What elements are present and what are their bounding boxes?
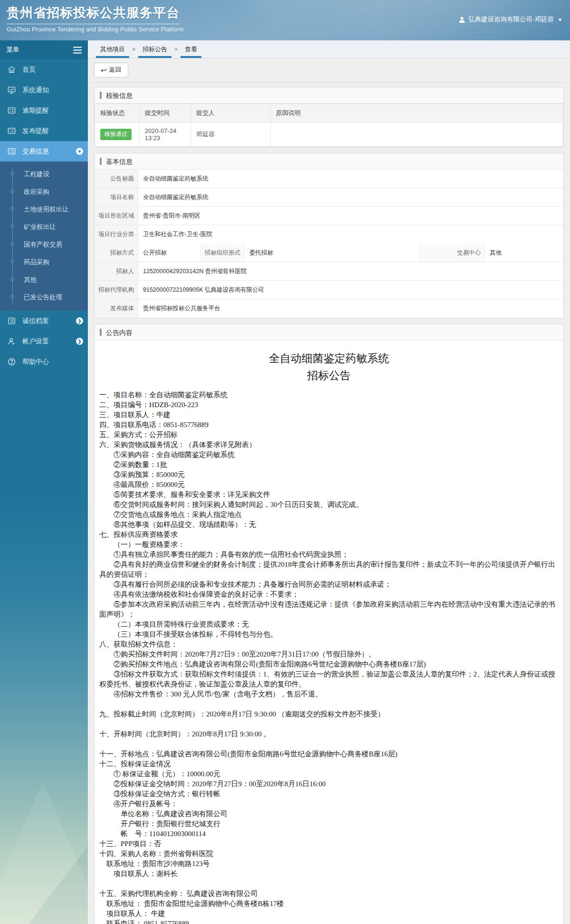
sidebar-item-label: 帮助中心: [22, 358, 49, 366]
info-value: 全自动细菌鉴定药敏系统: [138, 188, 563, 206]
submenu-item[interactable]: 政府采购: [0, 183, 88, 200]
doc-line: 项目联系人：谢科长: [99, 869, 559, 879]
breadcrumb-item-view[interactable]: 查看: [179, 40, 203, 58]
submitter-cell: 邓廷容: [191, 123, 271, 147]
doc-line: [99, 719, 559, 729]
basic-info-rows: 公告标题 全自动细菌鉴定药敏系统 项目名称 全自动细菌鉴定药敏系统 项目所在区域…: [95, 170, 563, 244]
sidebar-item-overdue-reminder[interactable]: 逾期提醒: [0, 100, 88, 121]
submenu-item[interactable]: 矿业权出让: [0, 218, 88, 236]
info-label: 招标方式: [95, 244, 138, 262]
submenu-item-label: 已发公告处理: [24, 294, 62, 301]
transaction-submenu: 工程建设 政府采购 土地使用权出让 矿业权出让 国有产权交易 药品采购 其他 已…: [0, 162, 88, 311]
submenu-item[interactable]: 已发公告处理: [0, 288, 88, 306]
bullet-icon: [10, 242, 14, 246]
submenu-item[interactable]: 其他: [0, 271, 88, 288]
info-row: 项目所在区域 贵州省-贵阳市-南明区: [95, 207, 563, 225]
info-label: 招标代理机构: [95, 281, 138, 299]
info-label: 项目行业分类: [95, 225, 138, 244]
info-row: 公告标题 全自动细菌鉴定药敏系统: [95, 170, 563, 188]
breadcrumb: 其他项目 > 招标公告 > 查看: [88, 40, 570, 58]
doc-line: ⑤简要技术要求、服务和安全要求：详见采购文件: [99, 490, 559, 500]
doc-line: ④最高限价：850000元: [99, 480, 559, 490]
doc-line: 单位名称：弘典建设咨询有限公司: [99, 809, 559, 819]
submenu-item[interactable]: 药品采购: [0, 253, 88, 271]
doc-line: [99, 739, 559, 749]
submit-time-cell: 2020-07-24 13:23: [139, 123, 190, 147]
verify-status-cell: 核验通过: [95, 123, 140, 147]
sidebar-item-publish-reminder[interactable]: 发布提醒: [0, 121, 88, 141]
doc-line: 十、开标时间（北京时间）：2020年8月17日 9:30:00 。: [99, 729, 559, 739]
sidebar-item-account-settings[interactable]: 帐户设置 ❯: [0, 331, 88, 352]
sidebar-item-notifications[interactable]: 系统通知: [0, 80, 88, 100]
archive-icon: [7, 316, 16, 325]
basic-info-rows-2: 招标人 12520000429203142N 贵州省骨科医院 招标代理机构 91…: [95, 262, 563, 318]
doc-line: 十二、投标保证金情况: [99, 759, 559, 769]
breadcrumb-item-tender-announcement[interactable]: 招标公告: [137, 40, 173, 58]
doc-line: 帐 号：1104012003000114: [99, 829, 559, 839]
doc-line: ④招标文件售价：300 元人民币/包/家（含电子文档），售后不退。: [99, 689, 559, 699]
info-row: 招标代理机构 91520000722109905K 弘典建设咨询有限公司: [95, 281, 563, 299]
bullet-icon: [10, 172, 14, 175]
doc-line: 十一、开标地点：弘典建设咨询有限公司(贵阳市金阳南路6号世纪金源购物中心商务楼B…: [99, 749, 559, 759]
sidebar-item-transaction-info[interactable]: 交易信息 ▼: [0, 141, 88, 162]
announcement-document: 全自动细菌鉴定药敏系统 招标公告 一、项目名称：全自动细菌鉴定药敏系统 二、项目…: [95, 341, 563, 924]
doc-line: ①采购内容：全自动细菌鉴定药敏系统: [99, 450, 559, 460]
submenu-item-label: 土地使用权出让: [24, 206, 69, 213]
submenu-item[interactable]: 土地使用权出让: [0, 200, 88, 218]
toolbar: ↩ 返回: [88, 58, 570, 83]
info-label: 招标人: [95, 262, 138, 280]
table-header-row: 核验状态 提交时间 提交人 原因说明: [95, 104, 563, 123]
doc-line: 八、获取招标文件信息：: [99, 639, 559, 649]
doc-line: 十四、采购人名称：贵州省骨科医院: [99, 849, 559, 859]
sidebar-item-help-center[interactable]: 帮助中心: [0, 352, 88, 372]
bullet-icon: [10, 207, 14, 210]
help-icon: [7, 357, 16, 366]
back-button[interactable]: ↩ 返回: [94, 63, 128, 77]
doc-line: ③招标文件获取方式：获取招标文件时须提供：1、有效的三证合一的营业执照，验证加盖…: [99, 669, 559, 689]
doc-line: [99, 879, 559, 889]
doc-line: ⑥交货时间或服务时间：接到采购人通知时间起，30个日历日安装、调试完成。: [99, 500, 559, 510]
hamburger-icon[interactable]: [73, 47, 82, 54]
doc-line: 项目联系人： 牛建: [99, 909, 559, 919]
doc-line: ③具有履行合同所必须的设备和专业技术能力；具备履行合同所必需的证明材料或承诺；: [99, 580, 559, 590]
submenu-item-label: 国有产权交易: [24, 241, 62, 248]
sidebar-menu-bar: 菜单: [0, 40, 88, 59]
sidebar-item-home[interactable]: 首页: [0, 59, 88, 80]
column-header: 提交人: [191, 104, 271, 123]
verify-info-title: 核验信息: [95, 87, 563, 104]
info-value: 12520000429203142N 贵州省骨科医院: [138, 262, 563, 280]
sidebar-item-label: 诚信档案: [22, 317, 49, 325]
breadcrumb-item-other-projects[interactable]: 其他项目: [95, 40, 131, 58]
doc-line: （三）本项目不接受联合体投标，不得转包与分包。: [99, 629, 559, 639]
column-header: 核验状态: [95, 104, 140, 123]
doc-line: 一、项目名称：全自动细菌鉴定药敏系统: [99, 390, 559, 400]
user-menu[interactable]: 弘典建设咨询有限公司-邓廷容 ▼: [458, 15, 562, 24]
info-label: 项目所在区域: [95, 207, 138, 225]
submenu-item[interactable]: 工程建设: [0, 165, 88, 183]
sidebar-item-label: 帐户设置: [22, 337, 49, 346]
info-value: 公开招标: [138, 244, 201, 262]
doc-line: （一）一般资格要求：: [99, 540, 559, 550]
info-value: 其他: [485, 244, 563, 262]
info-label: 招标组织形式: [201, 244, 245, 262]
info-row-triple: 招标方式 公开招标 招标组织形式 委托招标 交易中心 其他: [95, 244, 563, 262]
doc-line: （二）本项目所需特殊行业资质或要求：无: [99, 619, 559, 629]
sidebar-item-label: 逾期提醒: [22, 106, 49, 115]
verify-info-panel: 核验信息 核验状态 提交时间 提交人 原因说明 核验通过 2020-07-24 …: [94, 87, 564, 147]
breadcrumb-separator: >: [173, 40, 179, 58]
doc-line: 二、项目编号：HDZB-2020-223: [99, 400, 559, 410]
doc-line: 联系地址：贵阳市沙冲南路123号: [99, 859, 559, 869]
info-value: 贵州省招标投标公共服务平台: [138, 299, 563, 318]
doc-line: 十三、PPP项目：否: [99, 839, 559, 849]
sidebar-item-credit-archive[interactable]: 诚信档案 ❯: [0, 311, 88, 331]
submenu-item[interactable]: 国有产权交易: [0, 236, 88, 253]
doc-line: 六、采购货物或服务情况：（具体要求详见附表）: [99, 440, 559, 450]
doc-line: ②采购数量：1批: [99, 460, 559, 470]
doc-line: 开户银行：贵阳银行世纪城支行: [99, 819, 559, 829]
document-body: 一、项目名称：全自动细菌鉴定药敏系统 二、项目编号：HDZB-2020-223 …: [99, 390, 559, 924]
chevron-down-icon: ▼: [76, 148, 83, 155]
info-label: 公告标题: [95, 170, 138, 188]
announcement-title: 公告内容: [95, 324, 563, 341]
sidebar-item-label: 发布提醒: [22, 127, 49, 135]
user-name: 弘典建设咨询有限公司-邓廷容: [468, 15, 554, 24]
